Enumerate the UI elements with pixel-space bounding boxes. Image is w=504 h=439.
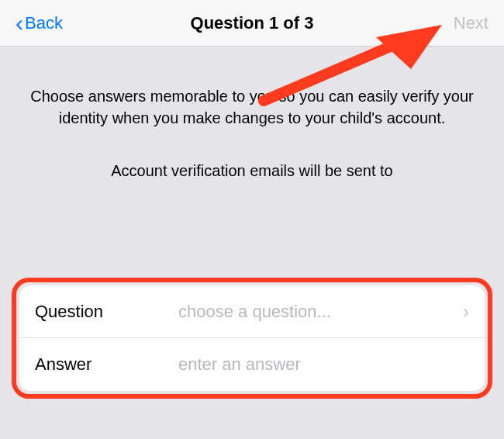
chevron-right-icon: › [463, 301, 469, 323]
question-row[interactable]: Question choose a question... › [19, 285, 485, 338]
chevron-left-icon: ‹ [16, 12, 23, 35]
form-highlight-box: Question choose a question... › Answer e… [12, 278, 492, 399]
content-area: Choose answers memorable to you so you c… [0, 47, 504, 181]
question-placeholder: choose a question... [178, 302, 455, 322]
instruction-text: Choose answers memorable to you so you c… [23, 85, 481, 129]
answer-row[interactable]: Answer enter an answer [19, 338, 485, 391]
back-label: Back [25, 13, 63, 33]
page-title: Question 1 of 3 [191, 13, 314, 33]
question-label: Question [35, 302, 178, 322]
answer-placeholder: enter an answer [178, 354, 469, 375]
next-button[interactable]: Next [454, 13, 488, 33]
verification-text: Account verification emails will be sent… [23, 160, 481, 181]
answer-label: Answer [35, 354, 178, 375]
back-button[interactable]: ‹ Back [16, 12, 63, 35]
security-question-form: Question choose a question... › Answer e… [19, 285, 485, 391]
navigation-bar: ‹ Back Question 1 of 3 Next [0, 0, 504, 47]
